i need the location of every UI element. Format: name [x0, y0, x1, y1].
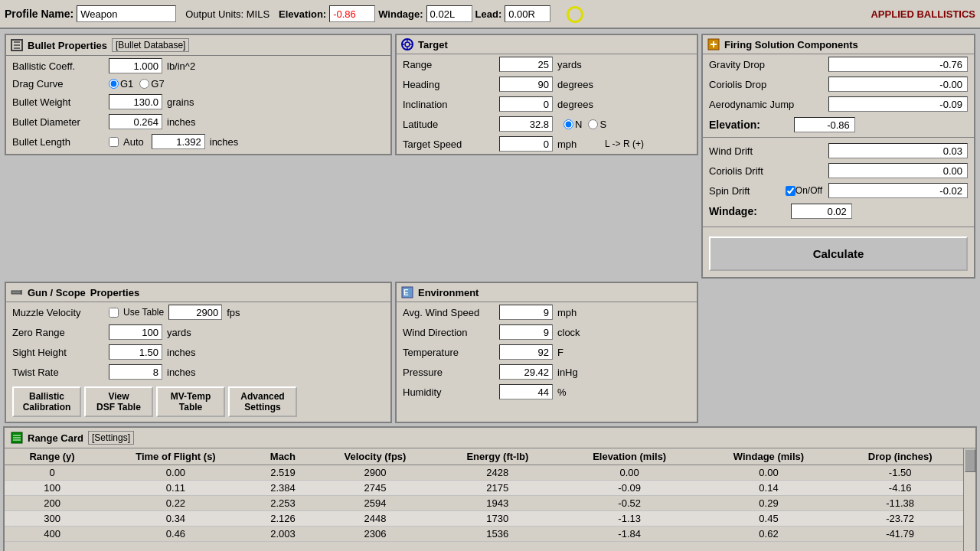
- bullet-weight-unit: grains: [167, 96, 205, 108]
- wind-drift-value[interactable]: [828, 143, 968, 158]
- col-tof: Time of Flight (s): [100, 448, 252, 465]
- environment-panel: E Environment Avg. Wind Speed mph Wind D…: [395, 282, 698, 423]
- north-radio[interactable]: [564, 119, 573, 129]
- ballistic-coeff-label: Ballistic Coeff.: [12, 60, 104, 72]
- range-card-scrollbar[interactable]: [963, 448, 975, 551]
- view-dsf-btn[interactable]: ViewDSF Table: [84, 386, 153, 417]
- muzzle-vel-label: Muzzle Velocity: [12, 307, 104, 318]
- table-cell: 2900: [314, 465, 436, 481]
- bullet-length-input[interactable]: [152, 134, 205, 149]
- sight-height-input[interactable]: [109, 344, 162, 360]
- muzzle-vel-input[interactable]: [168, 305, 222, 320]
- target-speed-label: Target Speed: [403, 139, 495, 150]
- range-table-header-row: Range (y) Time of Flight (s) Mach Veloci…: [5, 448, 963, 465]
- zero-range-input[interactable]: [109, 324, 162, 340]
- sight-height-label: Sight Height: [12, 347, 104, 358]
- spin-drift-value[interactable]: [828, 183, 968, 198]
- south-radio[interactable]: [588, 119, 598, 129]
- table-cell: 0.00: [701, 465, 838, 481]
- auto-label: Auto: [123, 136, 144, 148]
- wind-dir-input[interactable]: [499, 324, 553, 340]
- elevation-value[interactable]: [329, 5, 375, 22]
- elevation-label: Elevation:: [279, 8, 326, 20]
- wind-speed-unit: mph: [557, 307, 596, 318]
- sight-height-unit: inches: [167, 347, 205, 358]
- gun-scope-panel: Gun / Scope Properties Muzzle Velocity U…: [5, 282, 392, 423]
- gravity-drop-value[interactable]: [828, 57, 968, 72]
- table-cell: 0.00: [100, 465, 252, 481]
- col-energy: Energy (ft-lb): [436, 448, 559, 465]
- target-title: Target: [418, 39, 448, 51]
- g7-radio[interactable]: [139, 79, 149, 89]
- twist-rate-input[interactable]: [109, 364, 162, 380]
- table-cell: 2.384: [252, 481, 314, 496]
- col-velocity: Velocity (fps): [314, 448, 436, 465]
- elevation-section-label: Elevation:: [703, 114, 974, 134]
- muzzle-vel-unit: fps: [227, 307, 265, 318]
- g7-radio-label[interactable]: G7: [139, 78, 164, 90]
- range-card-header: Range Card [Settings]: [5, 428, 975, 448]
- profile-name-input[interactable]: [77, 5, 176, 22]
- bullet-properties-panel: Bullet Properties [Bullet Database] Ball…: [5, 34, 392, 155]
- gravity-drop-label: Gravity Drop: [709, 59, 828, 70]
- table-cell: -11.38: [837, 496, 963, 511]
- heading-input[interactable]: [499, 77, 553, 92]
- inclination-input[interactable]: [499, 96, 553, 112]
- ballistic-coeff-unit: lb/in^2: [167, 60, 205, 72]
- scrollbar-thumb[interactable]: [965, 449, 975, 472]
- auto-checkbox[interactable]: [109, 137, 119, 147]
- coriolis-drift-row: Coriolis Drift: [703, 161, 974, 181]
- range-table: Range (y) Time of Flight (s) Mach Veloci…: [5, 448, 963, 542]
- table-cell: 2745: [314, 481, 436, 496]
- north-radio-label[interactable]: N: [564, 119, 582, 130]
- svg-rect-13: [11, 291, 21, 294]
- table-cell: 1943: [436, 496, 559, 511]
- pressure-label: Pressure: [403, 367, 495, 378]
- gun-scope-buttons: BallisticCalibration ViewDSF Table MV-Te…: [6, 382, 390, 422]
- range-card-panel: Range Card [Settings] Range (y) Time of …: [3, 426, 977, 551]
- applied-ballistics-label: APPLIED BALLISTICS: [871, 8, 975, 20]
- bullet-database-btn[interactable]: [Bullet Database]: [112, 38, 189, 52]
- pressure-input[interactable]: [499, 364, 553, 380]
- range-card-settings-btn[interactable]: [Settings]: [88, 431, 134, 445]
- windage-value[interactable]: [426, 5, 472, 22]
- range-input[interactable]: [499, 57, 553, 72]
- col-drop: Drop (inches): [837, 448, 963, 465]
- use-table-checkbox[interactable]: [109, 308, 119, 318]
- inclination-row: Inclination degrees: [397, 94, 697, 114]
- zero-range-label: Zero Range: [12, 327, 104, 338]
- calculate-button[interactable]: Calculate: [709, 236, 968, 271]
- bullet-diameter-input[interactable]: [109, 114, 162, 129]
- bullet-weight-row: Bullet Weight grains: [6, 92, 390, 112]
- coriolis-drift-label: Coriolis Drift: [709, 165, 828, 177]
- table-cell: 0.46: [100, 527, 252, 542]
- elevation-fs-value[interactable]: [794, 117, 855, 132]
- bullet-props-icon: [11, 39, 23, 51]
- wind-dir-label: Wind Direction: [403, 327, 495, 338]
- ballistic-coeff-input[interactable]: [109, 58, 162, 73]
- humidity-input[interactable]: [499, 384, 553, 399]
- zero-range-row: Zero Range yards: [6, 322, 390, 342]
- lead-value[interactable]: [505, 5, 550, 22]
- table-cell: -23.72: [837, 511, 963, 527]
- temperature-input[interactable]: [499, 344, 553, 360]
- table-cell: 2306: [314, 527, 436, 542]
- windage-fs-value[interactable]: [791, 204, 852, 219]
- south-radio-label[interactable]: S: [588, 119, 606, 130]
- bullet-weight-input[interactable]: [109, 94, 162, 109]
- spin-drift-checkbox[interactable]: [786, 186, 795, 196]
- advanced-settings-btn[interactable]: AdvancedSettings: [228, 386, 297, 417]
- ballistic-calibration-btn[interactable]: BallisticCalibration: [12, 386, 81, 417]
- g1-radio-label[interactable]: G1: [109, 78, 133, 90]
- humidity-row: Humidity %: [397, 382, 697, 402]
- mv-temp-btn[interactable]: MV-TempTable: [156, 386, 225, 417]
- coriolis-drop-value[interactable]: [828, 77, 968, 92]
- table-cell: 0.11: [100, 481, 252, 496]
- spin-drift-on-off: On/Off: [795, 185, 822, 196]
- aero-jump-value[interactable]: [828, 96, 968, 112]
- latitude-input[interactable]: [499, 116, 553, 132]
- coriolis-drift-value[interactable]: [828, 163, 968, 178]
- target-speed-input[interactable]: [499, 136, 553, 152]
- wind-speed-input[interactable]: [499, 305, 553, 320]
- g1-radio[interactable]: [109, 79, 119, 89]
